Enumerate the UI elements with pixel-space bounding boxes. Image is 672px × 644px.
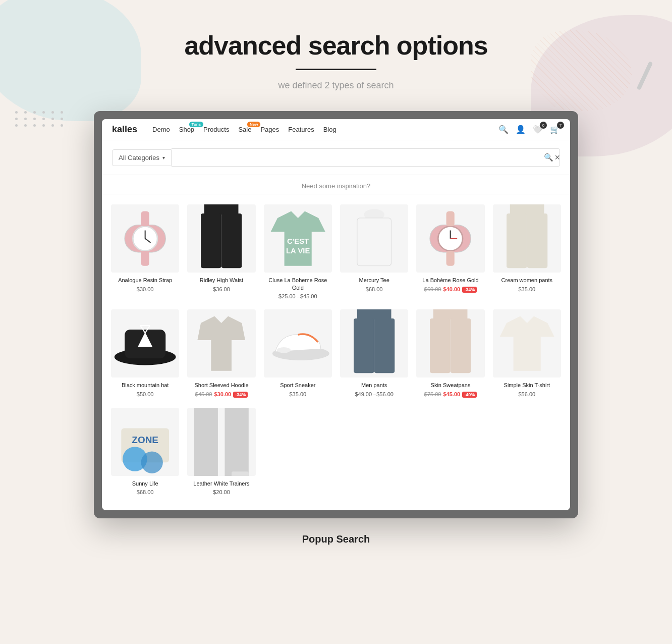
svg-rect-34 — [357, 309, 391, 319]
wishlist-icon[interactable]: 🤍0 — [533, 125, 543, 134]
page-title: advanced search options — [184, 30, 487, 61]
svg-text:LA VIE: LA VIE — [286, 247, 310, 255]
close-button[interactable]: × — [554, 152, 560, 163]
svg-rect-7 — [204, 204, 239, 214]
product-name: Ridley High Waist — [187, 277, 255, 284]
svg-rect-24 — [527, 213, 547, 268]
svg-rect-38 — [430, 318, 451, 373]
nav-link-blog[interactable]: Blog — [323, 126, 337, 133]
product-name: Men pants — [340, 382, 408, 389]
search-area: All Categories ▾ 🔍 × — [102, 140, 570, 175]
svg-point-44 — [141, 451, 163, 473]
popup-label: Popup Search — [302, 533, 370, 545]
product-card[interactable]: Sport Sneaker$35.00 — [260, 304, 336, 403]
cart-icon[interactable]: 🛒7 — [550, 125, 560, 134]
chevron-down-icon: ▾ — [162, 155, 165, 160]
product-card[interactable]: Short Sleeved Hoodie$45.00$30.00-34% — [183, 304, 259, 403]
product-card[interactable]: Simple Skin T-shirt$56.00 — [489, 304, 565, 403]
svg-rect-35 — [354, 318, 374, 373]
category-select[interactable]: All Categories ▾ — [112, 149, 172, 166]
product-name: Short Sleeved Hoodie — [187, 382, 255, 389]
product-name: Analogue Resin Strap — [111, 277, 179, 284]
product-image: C'EST LA VIE — [264, 204, 332, 273]
product-name: Sport Sneaker — [264, 382, 332, 389]
logo: kalles — [112, 124, 137, 135]
svg-rect-21 — [446, 251, 455, 266]
page-subtitle: we defined 2 types of search — [184, 80, 487, 91]
product-price: $50.00 — [111, 391, 179, 397]
product-card[interactable]: Skin Sweatpans$75.00$45.00-40% — [412, 304, 488, 403]
product-image — [340, 309, 408, 378]
category-label: All Categories — [119, 154, 159, 162]
product-price: $35.00 — [264, 391, 332, 397]
product-image — [187, 408, 255, 476]
product-name: Cream women pants — [493, 277, 561, 284]
product-card[interactable]: Analogue Resin Strap$30.00 — [107, 199, 183, 304]
product-image — [187, 309, 255, 378]
svg-rect-46 — [194, 408, 218, 476]
product-image — [264, 309, 332, 378]
svg-rect-8 — [201, 213, 221, 268]
product-card[interactable]: La Bohème Rose Gold$60.00$40.00-34% — [412, 199, 488, 304]
product-card[interactable]: Mercury Tee$68.00 — [336, 199, 412, 304]
product-image — [111, 309, 179, 378]
product-card[interactable]: Ridley High Waist$36.00 — [183, 199, 259, 304]
product-image — [493, 309, 561, 378]
page-content: advanced search options we defined 2 typ… — [0, 0, 672, 565]
product-card[interactable]: ZONE Sunny Life$68.00 — [107, 403, 183, 501]
svg-rect-39 — [451, 318, 471, 373]
svg-rect-6 — [141, 251, 149, 266]
nav-link-sale[interactable]: SaleNew — [238, 126, 251, 133]
product-card[interactable]: C'EST LA VIE Cluse La Boheme Rose Gold$2… — [260, 199, 336, 304]
product-price: $30.00 — [111, 286, 179, 292]
product-image — [416, 309, 484, 378]
product-name: Sunny Life — [111, 480, 179, 487]
nav-links: DemoShopTonsProductsSaleNewPagesFeatures… — [152, 126, 498, 133]
nav-link-demo[interactable]: Demo — [152, 126, 170, 133]
search-input-wrap: 🔍 — [172, 148, 560, 167]
product-image: ZONE — [111, 408, 179, 476]
nav-link-features[interactable]: Features — [288, 126, 314, 133]
product-name: Skin Sweatpans — [416, 382, 484, 389]
svg-rect-37 — [433, 309, 468, 319]
product-image — [187, 204, 255, 273]
svg-rect-36 — [374, 318, 395, 373]
products-grid: Analogue Resin Strap$30.00 Ridley High W… — [102, 194, 570, 510]
product-price: $36.00 — [187, 286, 255, 292]
product-image — [493, 204, 561, 273]
product-card[interactable]: Men pants$49.00 –$56.00 — [336, 304, 412, 403]
product-card[interactable]: Cream women pants$35.00 — [489, 199, 565, 304]
product-price: $49.00 –$56.00 — [340, 391, 408, 397]
product-price: $45.00$30.00-34% — [187, 391, 255, 398]
product-image — [416, 204, 484, 273]
product-price: $68.00 — [340, 286, 408, 292]
product-price: $60.00$40.00-34% — [416, 286, 484, 293]
inspiration-label: Need some inspiration? — [102, 175, 570, 194]
svg-rect-48 — [232, 471, 249, 475]
nav-link-products[interactable]: Products — [203, 126, 229, 133]
product-card[interactable]: Leather White Trainers$20.00 — [183, 403, 259, 501]
nav-link-pages[interactable]: Pages — [260, 126, 279, 133]
product-price: $35.00 — [493, 286, 561, 292]
search-icon[interactable]: 🔍 — [498, 125, 509, 134]
nav-link-shop[interactable]: ShopTons — [179, 126, 194, 133]
svg-point-33 — [277, 347, 291, 353]
svg-rect-20 — [446, 211, 455, 227]
svg-rect-5 — [141, 211, 149, 227]
product-image — [111, 204, 179, 273]
title-underline — [296, 69, 376, 70]
product-name: Cluse La Boheme Rose Gold — [264, 277, 332, 291]
svg-rect-47 — [225, 408, 249, 476]
modal-panel: kalles DemoShopTonsProductsSaleNewPagesF… — [102, 119, 570, 510]
browser-window: kalles DemoShopTonsProductsSaleNewPagesF… — [94, 111, 578, 518]
product-name: Leather White Trainers — [187, 480, 255, 487]
heading-section: advanced search options we defined 2 typ… — [184, 30, 487, 91]
product-card[interactable]: Black mountain hat$50.00 — [107, 304, 183, 403]
product-name: La Bohème Rose Gold — [416, 277, 484, 284]
navbar: kalles DemoShopTonsProductsSaleNewPagesF… — [102, 119, 570, 140]
user-icon[interactable]: 👤 — [516, 125, 526, 134]
product-name: Black mountain hat — [111, 382, 179, 389]
svg-marker-40 — [499, 316, 554, 370]
search-input[interactable] — [178, 153, 544, 162]
search-icon[interactable]: 🔍 — [544, 153, 553, 162]
